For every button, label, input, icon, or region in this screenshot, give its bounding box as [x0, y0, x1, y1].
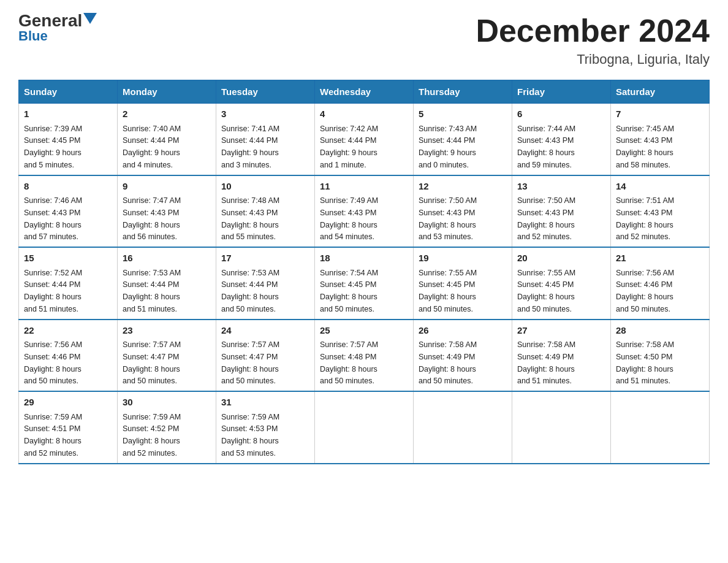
weekday-header: Saturday — [611, 80, 710, 104]
day-info: Sunrise: 7:47 AMSunset: 4:43 PMDaylight:… — [123, 196, 181, 241]
logo: General Blue — [18, 12, 97, 44]
day-number: 13 — [517, 180, 605, 194]
day-info: Sunrise: 7:53 AMSunset: 4:44 PMDaylight:… — [221, 269, 279, 313]
calendar-cell: 15 Sunrise: 7:52 AMSunset: 4:44 PMDaylig… — [19, 247, 118, 320]
calendar-cell: 2 Sunrise: 7:40 AMSunset: 4:44 PMDayligh… — [118, 104, 216, 175]
calendar-cell: 29 Sunrise: 7:59 AMSunset: 4:51 PMDaylig… — [19, 391, 118, 464]
day-info: Sunrise: 7:56 AMSunset: 4:46 PMDaylight:… — [616, 269, 674, 313]
day-number: 17 — [221, 251, 309, 266]
day-number: 23 — [123, 324, 211, 338]
day-number: 28 — [616, 324, 704, 338]
calendar-week-row: 1 Sunrise: 7:39 AMSunset: 4:45 PMDayligh… — [19, 104, 710, 175]
calendar-cell: 14 Sunrise: 7:51 AMSunset: 4:43 PMDaylig… — [611, 175, 710, 248]
day-number: 9 — [123, 180, 211, 194]
day-info: Sunrise: 7:56 AMSunset: 4:46 PMDaylight:… — [24, 340, 82, 385]
calendar-cell: 6 Sunrise: 7:44 AMSunset: 4:43 PMDayligh… — [512, 104, 611, 175]
calendar-cell: 10 Sunrise: 7:48 AMSunset: 4:43 PMDaylig… — [216, 175, 315, 248]
weekday-header: Sunday — [19, 80, 118, 104]
day-info: Sunrise: 7:55 AMSunset: 4:45 PMDaylight:… — [517, 269, 575, 313]
day-number: 22 — [24, 324, 112, 338]
day-info: Sunrise: 7:59 AMSunset: 4:51 PMDaylight:… — [24, 413, 82, 458]
day-info: Sunrise: 7:43 AMSunset: 4:44 PMDaylight:… — [419, 124, 477, 169]
day-info: Sunrise: 7:58 AMSunset: 4:49 PMDaylight:… — [517, 340, 575, 385]
day-info: Sunrise: 7:46 AMSunset: 4:43 PMDaylight:… — [24, 196, 82, 241]
calendar-cell: 13 Sunrise: 7:50 AMSunset: 4:43 PMDaylig… — [512, 175, 611, 248]
calendar-cell — [611, 391, 710, 464]
day-info: Sunrise: 7:57 AMSunset: 4:48 PMDaylight:… — [320, 340, 378, 385]
calendar-cell: 26 Sunrise: 7:58 AMSunset: 4:49 PMDaylig… — [414, 320, 512, 392]
day-info: Sunrise: 7:54 AMSunset: 4:45 PMDaylight:… — [320, 269, 378, 313]
weekday-header: Friday — [512, 80, 611, 104]
calendar-cell: 9 Sunrise: 7:47 AMSunset: 4:43 PMDayligh… — [118, 175, 216, 248]
day-info: Sunrise: 7:44 AMSunset: 4:43 PMDaylight:… — [517, 124, 575, 169]
calendar-cell: 28 Sunrise: 7:58 AMSunset: 4:50 PMDaylig… — [611, 320, 710, 392]
day-info: Sunrise: 7:53 AMSunset: 4:44 PMDaylight:… — [123, 269, 181, 313]
calendar-cell — [315, 391, 414, 464]
weekday-header: Tuesday — [216, 80, 315, 104]
day-info: Sunrise: 7:59 AMSunset: 4:52 PMDaylight:… — [123, 413, 181, 458]
day-info: Sunrise: 7:40 AMSunset: 4:44 PMDaylight:… — [123, 124, 181, 169]
day-info: Sunrise: 7:48 AMSunset: 4:43 PMDaylight:… — [221, 196, 279, 241]
day-number: 10 — [221, 180, 309, 194]
day-number: 31 — [221, 396, 309, 410]
day-number: 1 — [24, 107, 112, 121]
calendar-cell: 30 Sunrise: 7:59 AMSunset: 4:52 PMDaylig… — [118, 391, 216, 464]
day-number: 24 — [221, 324, 309, 338]
day-number: 18 — [320, 251, 408, 266]
day-info: Sunrise: 7:57 AMSunset: 4:47 PMDaylight:… — [123, 340, 181, 385]
calendar-week-row: 8 Sunrise: 7:46 AMSunset: 4:43 PMDayligh… — [19, 175, 710, 248]
calendar-cell: 17 Sunrise: 7:53 AMSunset: 4:44 PMDaylig… — [216, 247, 315, 320]
weekday-header: Monday — [118, 80, 216, 104]
day-info: Sunrise: 7:39 AMSunset: 4:45 PMDaylight:… — [24, 124, 82, 169]
calendar-cell: 11 Sunrise: 7:49 AMSunset: 4:43 PMDaylig… — [315, 175, 414, 248]
day-number: 5 — [419, 107, 507, 121]
day-info: Sunrise: 7:42 AMSunset: 4:44 PMDaylight:… — [320, 124, 378, 169]
day-number: 3 — [221, 107, 309, 121]
logo-blue: Blue — [18, 28, 48, 44]
day-info: Sunrise: 7:51 AMSunset: 4:43 PMDaylight:… — [616, 196, 674, 241]
calendar-cell: 1 Sunrise: 7:39 AMSunset: 4:45 PMDayligh… — [19, 104, 118, 175]
day-info: Sunrise: 7:59 AMSunset: 4:53 PMDaylight:… — [221, 413, 279, 458]
calendar-cell: 16 Sunrise: 7:53 AMSunset: 4:44 PMDaylig… — [118, 247, 216, 320]
day-info: Sunrise: 7:57 AMSunset: 4:47 PMDaylight:… — [221, 340, 279, 385]
day-info: Sunrise: 7:52 AMSunset: 4:44 PMDaylight:… — [24, 269, 82, 313]
calendar-cell: 19 Sunrise: 7:55 AMSunset: 4:45 PMDaylig… — [414, 247, 512, 320]
calendar-week-row: 15 Sunrise: 7:52 AMSunset: 4:44 PMDaylig… — [19, 247, 710, 320]
day-number: 15 — [24, 251, 112, 266]
day-number: 26 — [419, 324, 507, 338]
calendar-cell: 23 Sunrise: 7:57 AMSunset: 4:47 PMDaylig… — [118, 320, 216, 392]
day-number: 7 — [616, 107, 704, 121]
day-number: 21 — [616, 251, 704, 266]
day-number: 25 — [320, 324, 408, 338]
day-info: Sunrise: 7:41 AMSunset: 4:44 PMDaylight:… — [221, 124, 279, 169]
calendar-cell: 4 Sunrise: 7:42 AMSunset: 4:44 PMDayligh… — [315, 104, 414, 175]
calendar-cell — [414, 391, 512, 464]
calendar-week-row: 22 Sunrise: 7:56 AMSunset: 4:46 PMDaylig… — [19, 320, 710, 392]
svg-marker-0 — [83, 13, 97, 24]
day-number: 8 — [24, 180, 112, 194]
calendar-cell: 7 Sunrise: 7:45 AMSunset: 4:43 PMDayligh… — [611, 104, 710, 175]
day-info: Sunrise: 7:55 AMSunset: 4:45 PMDaylight:… — [419, 269, 477, 313]
day-info: Sunrise: 7:45 AMSunset: 4:43 PMDaylight:… — [616, 124, 674, 169]
title-block: December 2024 Tribogna, Liguria, Italy — [476, 12, 710, 67]
day-number: 29 — [24, 396, 112, 410]
calendar-cell: 27 Sunrise: 7:58 AMSunset: 4:49 PMDaylig… — [512, 320, 611, 392]
day-number: 19 — [419, 251, 507, 266]
calendar-cell: 22 Sunrise: 7:56 AMSunset: 4:46 PMDaylig… — [19, 320, 118, 392]
calendar-cell: 21 Sunrise: 7:56 AMSunset: 4:46 PMDaylig… — [611, 247, 710, 320]
calendar-cell: 20 Sunrise: 7:55 AMSunset: 4:45 PMDaylig… — [512, 247, 611, 320]
logo-general: General — [18, 12, 82, 29]
page-title: December 2024 — [476, 12, 710, 49]
calendar-cell: 25 Sunrise: 7:57 AMSunset: 4:48 PMDaylig… — [315, 320, 414, 392]
day-info: Sunrise: 7:50 AMSunset: 4:43 PMDaylight:… — [419, 196, 477, 241]
calendar-cell: 24 Sunrise: 7:57 AMSunset: 4:47 PMDaylig… — [216, 320, 315, 392]
day-number: 2 — [123, 107, 211, 121]
day-number: 27 — [517, 324, 605, 338]
day-info: Sunrise: 7:58 AMSunset: 4:49 PMDaylight:… — [419, 340, 477, 385]
day-number: 4 — [320, 107, 408, 121]
day-number: 30 — [123, 396, 211, 410]
day-number: 12 — [419, 180, 507, 194]
calendar-cell: 3 Sunrise: 7:41 AMSunset: 4:44 PMDayligh… — [216, 104, 315, 175]
weekday-header-row: SundayMondayTuesdayWednesdayThursdayFrid… — [19, 80, 710, 104]
day-info: Sunrise: 7:58 AMSunset: 4:50 PMDaylight:… — [616, 340, 674, 385]
